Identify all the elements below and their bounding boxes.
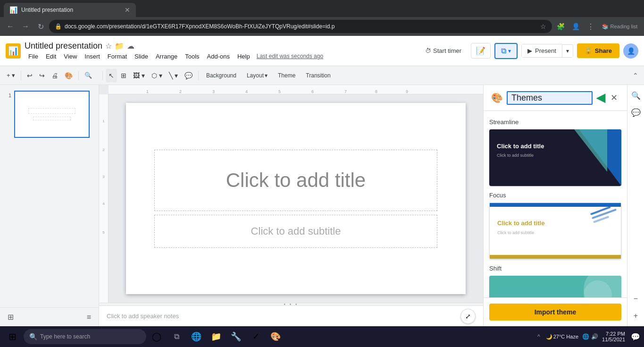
volume-icon: 🔊 [591,333,598,340]
star-icon[interactable]: ☆ [540,23,546,30]
speaker-notes-button[interactable]: 📝 [471,43,491,59]
taskbar-app3-button[interactable]: 🔧 [226,327,245,346]
streamline-theme-card[interactable]: Click to add title Click to add subtitle [489,129,621,186]
forward-button[interactable]: → [19,20,32,33]
profile-button[interactable]: 👤 [569,20,582,33]
grid-view-button[interactable]: ⊞ [6,311,16,323]
theme-button[interactable]: Theme [273,69,300,82]
transition-button[interactable]: Transition [301,69,335,82]
taskbar-right-area: ^ 🌙 27°C Haze 🌐 🔊 7:22 PM 11/5/2021 💬 [535,330,642,343]
expand-notes-button[interactable]: ⤢ [460,309,476,324]
menu-slide[interactable]: Slide [131,52,152,61]
taskbar-app4-button[interactable]: ✓ [246,327,265,346]
menu-edit[interactable]: Edit [42,52,60,61]
toolbar: + ▾ ↩ ↪ 🖨 🎨 🔍 ↖ ⊞ 🖼 ▾ ⬡ ▾ ╲ ▾ 💬 Backgrou… [0,66,644,85]
taskbar-systray-button[interactable]: ^ [535,331,542,342]
back-button[interactable]: ← [4,20,17,33]
reading-list-button[interactable]: 📚 Reading list [599,22,640,32]
cloud-icon[interactable]: ☁ [127,42,134,51]
notifications-button[interactable]: 💬 [629,330,642,343]
cursor-tool[interactable]: ↖ [106,69,117,82]
focus-card-subtitle: Click to add subtitle [497,230,534,235]
themes-content: Streamline Click to add title Click to a… [484,111,627,297]
text-box-tool[interactable]: ⊞ [118,69,129,82]
layout-button[interactable]: Layout▾ [242,69,272,82]
tool-separator-3 [102,71,103,80]
image-tool[interactable]: 🖼 ▾ [130,69,148,82]
speaker-notes-text[interactable]: Click to add speaker notes [107,313,179,320]
comments-button[interactable]: 💬 [629,106,643,119]
user-avatar[interactable]: 👤 [623,43,638,59]
ruler-vertical: 1 2 3 4 5 [99,94,109,303]
subtitle-placeholder-box[interactable]: Click to add subtitle [154,215,437,248]
focus-theme-card[interactable]: Click to add title Click to add subtitle [489,203,621,259]
weather-display: 🌙 27°C Haze [546,334,578,340]
menu-tools[interactable]: Tools [181,52,203,61]
taskbar-app5-button[interactable]: 🎨 [266,327,285,346]
menu-format[interactable]: Format [104,52,131,61]
title-placeholder-box[interactable]: Click to add title [154,150,437,211]
slide-thumbnail[interactable] [14,91,90,138]
tab-close[interactable]: ✕ [125,6,130,14]
menu-file[interactable]: File [25,52,42,61]
zoom-plus-button[interactable]: + [629,309,643,322]
list-view-button[interactable]: ≡ [85,311,93,323]
last-edit-text: Last edit was seconds ago [257,53,323,59]
background-button[interactable]: Background [201,69,241,82]
menu-bar: File Edit View Insert Format Slide Arran… [25,52,323,61]
redo-button[interactable]: ↪ [36,69,48,82]
refresh-button[interactable]: ↻ [34,20,47,33]
list-item[interactable]: 1 [2,89,97,140]
menu-view[interactable]: View [60,52,81,61]
canvas-area: 1 2 3 4 5 6 7 8 9 1 2 3 4 5 [99,85,483,326]
import-theme-button[interactable]: Import theme [489,304,621,321]
slide-count-button[interactable]: ⧉ ▾ [494,43,518,59]
address-bar[interactable]: 🔒 docs.google.com/presentation/d/1eGTXE6… [49,20,552,33]
zoom-out-button[interactable]: 🔍 [82,69,95,82]
app-logo: 📊 [6,43,21,59]
taskbar-search-placeholder: Type here to search [40,333,90,340]
timer-icon: ⏱ [425,47,431,54]
address-text: docs.google.com/presentation/d/1eGTXE6R1… [65,23,537,30]
shift-theme-card[interactable] [489,276,621,297]
more-button[interactable]: ⋮ [584,20,597,33]
themes-footer: Import theme [484,297,627,326]
search-taskbar-button[interactable]: 🔍 Type here to search [24,329,146,344]
tool-separator-4 [198,71,199,80]
taskbar-chrome-button[interactable]: 🌐 [187,327,206,346]
start-timer-button[interactable]: ⏱ Start timer [419,44,467,57]
right-tools-panel: 🔍 💬 − + [627,85,644,326]
lock-icon: 🔒 [55,23,62,30]
slide-number: 1 [4,91,11,98]
lines-tool[interactable]: ╲ ▾ [166,69,181,82]
menu-addons[interactable]: Add-ons [203,52,234,61]
undo-button[interactable]: ↩ [24,69,35,82]
cortana-button[interactable]: ◯ [147,327,166,346]
comment-tool[interactable]: 💬 [182,69,195,82]
print-button[interactable]: 🖨 [49,69,61,82]
star-title-icon[interactable]: ☆ [105,42,112,51]
task-view-button[interactable]: ⧉ [167,327,186,346]
subtitle-placeholder-text: Click to add subtitle [251,225,341,237]
close-themes-button[interactable]: ✕ [609,91,619,105]
slide-canvas[interactable]: Click to add title Click to add subtitle [126,103,466,294]
add-button[interactable]: + ▾ [4,69,18,82]
taskbar-explorer-button[interactable]: 📁 [207,327,226,346]
move-icon[interactable]: 📁 [115,42,124,51]
paint-format-button[interactable]: 🎨 [62,69,75,82]
zoom-minus-button[interactable]: − [629,292,643,305]
browser-tab[interactable]: 📊 Untitled presentation ✕ [4,3,136,17]
start-button[interactable]: ⊞ [2,326,23,347]
menu-help[interactable]: Help [234,52,254,61]
share-button[interactable]: 🔒 Share [577,43,619,58]
menu-insert[interactable]: Insert [81,52,104,61]
shapes-tool[interactable]: ⬡ ▾ [149,69,165,82]
present-dropdown-button[interactable]: ▾ [562,44,573,58]
menu-arrange[interactable]: Arrange [152,52,181,61]
extensions-button[interactable]: 🧩 [554,20,567,33]
taskbar-search-icon: 🔍 [29,333,37,340]
present-button[interactable]: ▶ Present [521,44,562,58]
explore-button[interactable]: 🔍 [629,89,643,102]
speaker-notes-bar[interactable]: Click to add speaker notes ⤢ [99,305,483,326]
collapse-panel-button[interactable]: ⌃ [631,70,640,81]
